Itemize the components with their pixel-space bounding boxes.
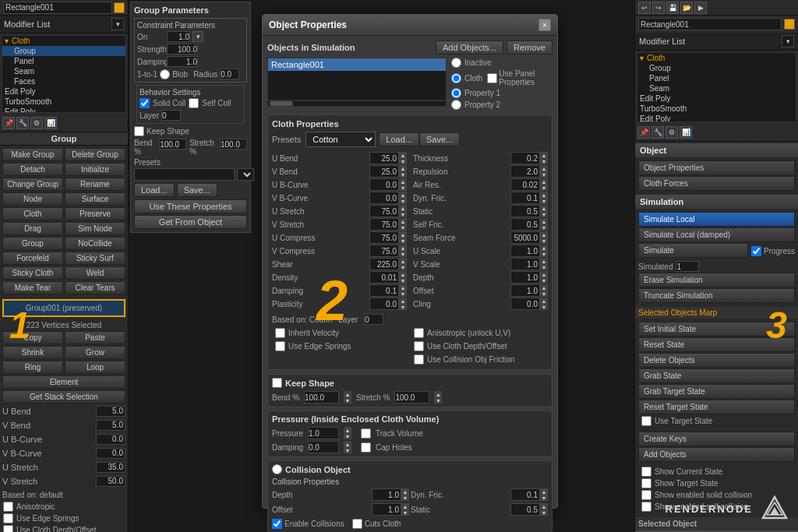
bend-pct-dialog[interactable]: [304, 391, 339, 403]
rename-btn[interactable]: Rename: [65, 178, 125, 191]
cloth-depth-check[interactable]: Use Cloth Depth/Offset: [411, 340, 548, 352]
modifier-group[interactable]: Group: [2, 46, 125, 56]
sim-node-btn[interactable]: Sim Node: [65, 222, 125, 235]
inherit-velocity-check[interactable]: Inherit Velocity: [272, 327, 409, 339]
left-object-name[interactable]: Rectangle001: [3, 2, 112, 14]
ubcurve-up[interactable]: ▲: [399, 178, 407, 185]
pressure-input[interactable]: [308, 427, 339, 439]
vscale-input[interactable]: [510, 258, 540, 270]
nocollide-btn[interactable]: NoCollide: [65, 237, 125, 250]
seamforce-input[interactable]: [510, 231, 540, 244]
modifier-panel[interactable]: Panel: [2, 56, 125, 66]
erase-simulation-btn[interactable]: Erase Simulation: [638, 273, 795, 287]
pin-icon[interactable]: 📌: [2, 117, 15, 129]
modifier-dropdown-btn[interactable]: ▾: [111, 18, 124, 30]
damping-pressure-down[interactable]: ▼: [344, 447, 351, 453]
offset-input[interactable]: [510, 284, 540, 297]
cloth-forces-btn[interactable]: Cloth Forces: [638, 176, 795, 191]
right-mod-seam[interactable]: Seam: [637, 83, 796, 93]
preserve-btn[interactable]: Preserve: [65, 207, 125, 220]
list-item-rectangle001[interactable]: Rectangle001: [268, 58, 446, 71]
self-coll-check[interactable]: [189, 98, 199, 108]
use-panel-props-check[interactable]: [487, 73, 497, 83]
load-btn-dialog[interactable]: Load...: [379, 132, 419, 146]
property1-radio[interactable]: [451, 88, 461, 98]
make-tear-btn[interactable]: Make Tear: [2, 281, 63, 294]
objects-list[interactable]: Rectangle001: [267, 58, 447, 100]
delete-objects-btn[interactable]: Delete Objects: [638, 353, 795, 368]
delete-group-btn[interactable]: Delete Group: [65, 148, 125, 161]
on-arrow[interactable]: ▾: [192, 31, 203, 42]
anisotropic-check-left[interactable]: Anisotropic: [0, 501, 128, 513]
shear-input[interactable]: [369, 258, 399, 270]
group2-btn[interactable]: Group: [2, 237, 63, 250]
cloth-radio[interactable]: [451, 73, 461, 83]
ubend-input[interactable]: [369, 152, 399, 164]
left-color-swatch[interactable]: [114, 2, 125, 13]
grab-target-state-btn[interactable]: Grab Target State: [638, 384, 795, 399]
change-group-btn[interactable]: Change Group: [2, 178, 63, 191]
truncate-simulation-btn[interactable]: Truncate Simulation: [638, 288, 795, 303]
ubend-down[interactable]: ▼: [399, 158, 407, 164]
get-from-obj-btn[interactable]: Get From Object: [134, 215, 247, 229]
detach-btn[interactable]: Detach: [2, 163, 63, 176]
modifier-edit-poly-1[interactable]: Edit Poly: [2, 86, 125, 97]
damping-pressure-up[interactable]: ▲: [344, 441, 351, 447]
edge-springs-check[interactable]: Use Edge Springs: [272, 340, 409, 352]
selffric-input[interactable]: [510, 218, 540, 231]
strength-input[interactable]: [167, 44, 198, 55]
collision-radio[interactable]: [272, 464, 282, 474]
uscale-input[interactable]: [510, 245, 540, 257]
save-btn-dialog[interactable]: Save...: [419, 132, 460, 146]
use-these-props-btn[interactable]: Use These Properties: [134, 199, 247, 213]
forcefeld-btn[interactable]: Forcefeld: [2, 252, 63, 265]
node-btn[interactable]: Node: [2, 192, 63, 206]
loop-btn[interactable]: Loop: [65, 361, 125, 374]
modifier-edit-poly-2[interactable]: Edit Poly: [2, 107, 125, 113]
dialog-close-btn[interactable]: ×: [538, 19, 551, 31]
pressure-up[interactable]: ▲: [344, 427, 351, 433]
vstretch-input[interactable]: [369, 218, 399, 231]
make-group-btn[interactable]: Make Group: [2, 148, 63, 161]
cuts-cloth-check[interactable]: [352, 519, 362, 529]
bend-pct-input-left[interactable]: [159, 139, 186, 150]
right-object-name[interactable]: Rectangle001: [638, 18, 782, 30]
undo-icon[interactable]: ↩: [638, 2, 651, 14]
coll-depth-input[interactable]: [372, 488, 401, 501]
airres-input[interactable]: [510, 178, 540, 191]
cloth-depth-check-left[interactable]: Use Cloth Depth/Offset: [0, 524, 128, 532]
layer-input[interactable]: [161, 110, 181, 121]
radius-input[interactable]: [220, 69, 239, 79]
blob-radio[interactable]: [160, 69, 170, 79]
paste-btn[interactable]: Paste: [65, 331, 125, 344]
create-keys-btn[interactable]: Create Keys: [638, 432, 795, 446]
ustretch-input[interactable]: [369, 205, 399, 217]
vbend-up[interactable]: ▲: [399, 165, 407, 171]
track-volume-check[interactable]: [361, 428, 371, 439]
modifier-seam[interactable]: Seam: [2, 66, 125, 76]
ucompress-input[interactable]: [369, 231, 399, 244]
property2-radio[interactable]: [451, 100, 461, 110]
keep-shape-check[interactable]: [134, 126, 144, 136]
clear-tears-btn[interactable]: Clear Tears: [65, 281, 125, 294]
right-mod-edit-poly[interactable]: Edit Poly: [637, 93, 796, 104]
load-btn-left[interactable]: Load...: [134, 183, 175, 197]
layer-input-dialog[interactable]: [364, 314, 383, 325]
enable-collisions-check[interactable]: [272, 519, 282, 529]
ubcurve-down[interactable]: ▼: [399, 185, 407, 191]
reset-target-state-btn[interactable]: Reset Target State: [638, 400, 795, 414]
drag-btn[interactable]: Drag: [2, 222, 63, 235]
vcompress-input[interactable]: [369, 245, 399, 257]
ubcurve-input[interactable]: [369, 178, 399, 191]
add-objects-right-btn[interactable]: Add Objects: [638, 447, 795, 462]
simulated-input[interactable]: [676, 261, 699, 272]
save-icon[interactable]: 💾: [666, 2, 679, 14]
shrink-btn[interactable]: Shrink: [2, 346, 63, 359]
sticky-surf-btn[interactable]: Sticky Surf: [65, 252, 125, 265]
density-input[interactable]: [369, 271, 399, 284]
vbcurve-input[interactable]: [369, 192, 399, 204]
modifier-turbosmooth[interactable]: TurboSmooth: [2, 97, 125, 107]
show-current-state-check[interactable]: Show Current State: [638, 466, 795, 477]
anisotropic-check[interactable]: Anisotropic (unlock U,V): [411, 327, 548, 339]
damping-pressure-input[interactable]: [308, 441, 339, 453]
